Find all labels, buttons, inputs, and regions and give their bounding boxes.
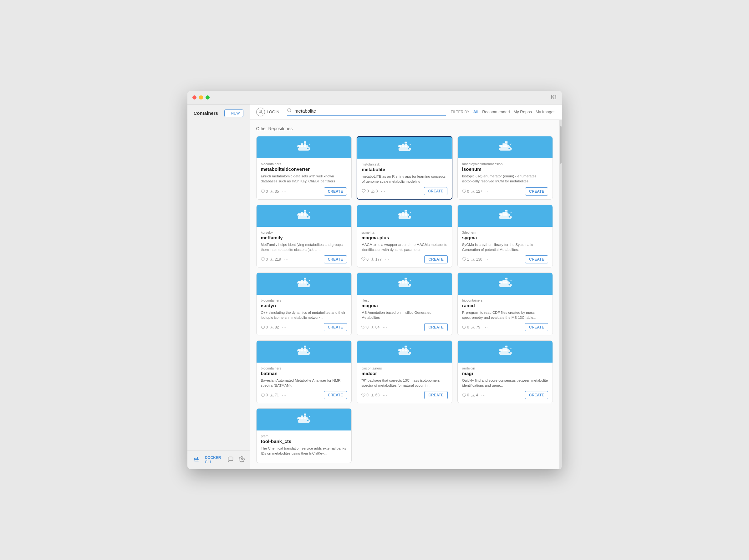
card-footer: 0 82 ··· CREATE — [261, 323, 347, 331]
create-button[interactable]: CREATE — [424, 323, 447, 331]
create-button[interactable]: CREATE — [525, 323, 548, 331]
create-button[interactable]: CREATE — [324, 391, 347, 399]
svg-rect-15 — [304, 141, 306, 143]
download-count: 177 — [370, 257, 382, 261]
card-body: biocontainers ramid R-program to read CD… — [458, 295, 553, 335]
list-item: pfem tool-bank_cts The Chemical translat… — [256, 408, 352, 463]
create-button[interactable]: CREATE — [424, 255, 447, 263]
filter-all[interactable]: All — [473, 109, 479, 115]
filter-my-repos[interactable]: My Repos — [513, 109, 532, 115]
download-count: 127 — [471, 189, 483, 194]
card-name: ramid — [462, 303, 549, 308]
more-options-button[interactable]: ··· — [281, 189, 288, 194]
svg-point-80 — [508, 284, 510, 286]
filter-recommended[interactable]: Recommended — [482, 109, 510, 115]
like-count: 0 — [261, 393, 268, 397]
more-options-button[interactable]: ··· — [384, 257, 391, 262]
minimize-button[interactable] — [199, 95, 203, 100]
create-button[interactable]: CREATE — [324, 187, 347, 196]
create-button[interactable]: CREATE — [324, 255, 347, 263]
chat-icon[interactable] — [228, 456, 234, 464]
section-title: Other Repositories — [256, 126, 553, 131]
card-name: metaboliteidconverter — [261, 167, 347, 172]
more-options-button[interactable]: ··· — [381, 393, 389, 397]
sidebar-header: Containers + NEW — [187, 105, 250, 122]
card-name: tool-bank_cts — [261, 438, 347, 444]
card-name: magma-plus — [361, 235, 448, 240]
list-item: biocontainers isodyn C++ simulating the … — [256, 273, 352, 336]
download-count: 82 — [270, 325, 279, 329]
more-options-button[interactable]: ··· — [381, 325, 389, 330]
svg-point-48 — [408, 216, 409, 218]
svg-rect-1 — [195, 458, 196, 459]
like-count: 0 — [261, 257, 268, 261]
svg-rect-29 — [502, 143, 505, 145]
card-footer: 0 3 ··· CREATE — [362, 187, 447, 195]
download-count: 79 — [471, 325, 480, 329]
more-options-button[interactable]: ··· — [484, 189, 492, 194]
docker-cli-label[interactable]: DOCKER CLI — [205, 455, 221, 464]
svg-point-6 — [241, 459, 242, 460]
like-count: 0 — [362, 189, 369, 193]
svg-point-40 — [307, 216, 309, 218]
svg-point-7 — [260, 110, 261, 112]
card-owner: moseleybioninformaticslab — [462, 162, 549, 166]
card-owner: ssmehta — [361, 231, 448, 234]
svg-rect-87 — [304, 346, 306, 348]
docker-cli-icon[interactable] — [194, 456, 200, 464]
svg-rect-47 — [405, 210, 407, 212]
svg-rect-46 — [405, 212, 407, 214]
close-button[interactable] — [192, 95, 196, 100]
card-desc: metaboLITE as an R shiny app for learnin… — [362, 174, 447, 184]
more-options-button[interactable]: ··· — [482, 325, 489, 330]
user-icon — [256, 108, 265, 116]
card-footer: 0 68 ··· CREATE — [361, 391, 448, 399]
new-button[interactable]: + NEW — [224, 109, 243, 117]
more-options-button[interactable]: ··· — [281, 393, 288, 397]
download-count: 68 — [370, 393, 380, 397]
create-button[interactable]: CREATE — [525, 391, 548, 399]
card-owner: biocontainers — [261, 162, 347, 166]
settings-icon[interactable] — [239, 456, 245, 464]
create-button[interactable]: CREATE — [324, 323, 347, 331]
card-desc: "R" package that corrects 13C mass isoto… — [361, 378, 448, 388]
create-button[interactable]: CREATE — [525, 187, 548, 196]
card-body: biocontainers batman Bayesian Automated … — [257, 363, 352, 403]
more-options-button[interactable]: ··· — [480, 393, 487, 397]
create-button[interactable]: CREATE — [424, 391, 447, 399]
card-body: 3dechem sygma SyGMa is a python library … — [458, 227, 553, 267]
svg-rect-77 — [502, 280, 505, 282]
like-count: 0 — [462, 325, 469, 329]
card-owner: korseby — [261, 231, 347, 234]
search-input[interactable] — [294, 108, 446, 113]
card-footer: 0 84 ··· CREATE — [361, 323, 448, 331]
more-options-button[interactable]: ··· — [484, 257, 492, 262]
svg-rect-70 — [405, 280, 407, 282]
app-window: K! Containers + NEW — [187, 91, 562, 470]
sidebar-footer: DOCKER CLI — [187, 450, 250, 469]
create-button[interactable]: CREATE — [525, 255, 548, 263]
scrollbar-thumb[interactable] — [560, 126, 562, 164]
more-options-button[interactable]: ··· — [283, 257, 290, 262]
login-label: LOGIN — [267, 109, 279, 114]
card-name: magma — [361, 303, 448, 308]
list-item: biocontainers batman Bayesian Automated … — [256, 340, 352, 403]
login-button[interactable]: LOGIN — [256, 108, 279, 116]
filter-my-images[interactable]: My Images — [536, 109, 556, 115]
top-bar: LOGIN FILTER BY All Recommended M — [250, 105, 562, 120]
card-owner: oerbilgin — [462, 366, 549, 370]
like-count: 0 — [261, 325, 268, 329]
svg-point-72 — [408, 284, 409, 286]
card-desc: Isotopic (iso) enumerator (enum) - enume… — [462, 174, 549, 184]
like-count: 0 — [462, 189, 469, 194]
traffic-lights — [192, 95, 210, 100]
card-body: nlesc magma MS Annotation based on in si… — [357, 295, 452, 335]
like-count: 0 — [361, 393, 368, 397]
maximize-button[interactable] — [206, 95, 210, 100]
card-owner: biocontainers — [261, 299, 347, 302]
svg-rect-45 — [402, 212, 404, 214]
scrollbar[interactable] — [559, 120, 562, 470]
more-options-button[interactable]: ··· — [380, 189, 387, 194]
create-button[interactable]: CREATE — [424, 187, 447, 195]
more-options-button[interactable]: ··· — [281, 325, 288, 330]
